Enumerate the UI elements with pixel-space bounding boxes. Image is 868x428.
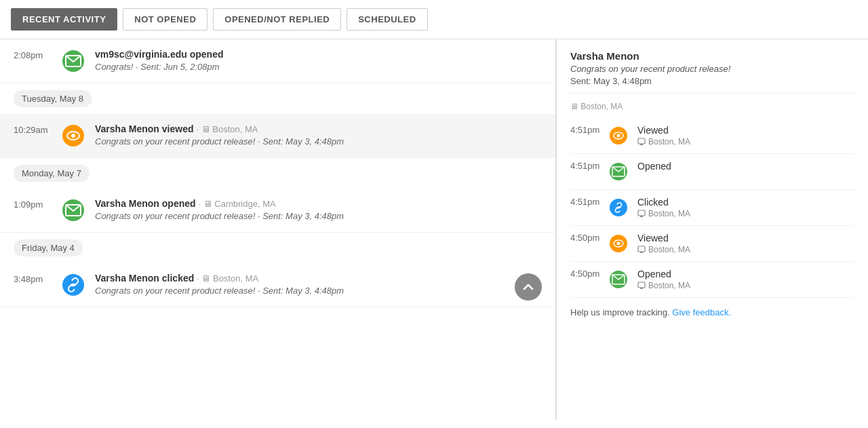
- timeline-action: Viewed: [637, 125, 854, 136]
- activity-item[interactable]: 10:29am Varsha Menon viewed · 🖥 Boston, …: [0, 114, 555, 158]
- timeline-item: 4:50pm Opened Boston, MA: [570, 262, 854, 298]
- feedback-link[interactable]: Give feedback.: [672, 307, 731, 317]
- timeline-icon: [608, 269, 629, 290]
- activity-location: · 🖥 Cambridge, MA: [198, 199, 275, 209]
- timeline-action: Clicked: [637, 197, 854, 208]
- activity-location: · 🖥 Boston, MA: [197, 273, 258, 284]
- timeline-content: Viewed Boston, MA: [637, 125, 854, 147]
- svg-rect-21: [638, 246, 645, 252]
- activity-icon: [61, 123, 85, 148]
- timeline-time: 4:51pm: [570, 125, 608, 135]
- activity-item[interactable]: 2:08pm vm9sc@virginia.edu opened Congrat…: [0, 39, 555, 83]
- timeline-location: Boston, MA: [637, 281, 854, 290]
- activity-location: · 🖥 Boston, MA: [196, 124, 258, 134]
- timeline-location: Boston, MA: [637, 245, 854, 254]
- timeline-item: 4:51pm Viewed Boston, MA: [570, 118, 854, 154]
- date-separator: Tuesday, May 8: [0, 83, 555, 114]
- svg-point-7: [62, 274, 84, 296]
- activity-subtitle: Congrats on your recent product release!…: [95, 286, 542, 296]
- svg-point-4: [71, 134, 75, 138]
- tab-opened-not-replied[interactable]: OPENED/NOT REPLIED: [213, 8, 341, 31]
- date-label: Monday, May 7: [14, 165, 90, 182]
- date-label: Tuesday, May 8: [14, 90, 92, 107]
- activity-subtitle: Congrats! · Sent: Jun 5, 2:08pm: [95, 62, 542, 72]
- timeline-icon: [608, 233, 629, 254]
- svg-rect-17: [640, 216, 643, 217]
- svg-point-20: [617, 242, 620, 246]
- timeline-item: 4:51pm Opened: [570, 154, 854, 190]
- activity-time: 1:09pm: [14, 198, 61, 210]
- svg-rect-16: [638, 210, 645, 216]
- activity-subtitle: Congrats on your recent product release!…: [95, 211, 542, 221]
- timeline-time: 4:50pm: [570, 233, 608, 243]
- timeline-action: Opened: [637, 161, 854, 172]
- activity-time: 10:29am: [14, 123, 61, 135]
- activity-title: Varsha Menon clicked · 🖥 Boston, MA: [95, 273, 542, 284]
- date-separator: Friday, May 4: [0, 233, 555, 263]
- timeline-action: Viewed: [637, 233, 854, 244]
- main-layout: 2:08pm vm9sc@virginia.edu opened Congrat…: [0, 39, 868, 420]
- timeline-icon: [608, 197, 629, 218]
- timeline-location: Boston, MA: [637, 209, 854, 218]
- timeline-content: Viewed Boston, MA: [637, 233, 854, 254]
- activity-subtitle: Congrats on your recent product release!…: [95, 136, 542, 147]
- scroll-up-button[interactable]: [515, 273, 542, 300]
- email-subject: Congrats on your recent product release!: [570, 64, 854, 74]
- activity-item[interactable]: 1:09pm Varsha Menon opened · 🖥 Cambridge…: [0, 189, 555, 233]
- right-panel: Varsha Menon Congrats on your recent pro…: [556, 39, 868, 420]
- activity-icon: [61, 198, 85, 222]
- right-panel-header: Varsha Menon Congrats on your recent pro…: [570, 50, 854, 94]
- activity-content: Varsha Menon opened · 🖥 Cambridge, MA Co…: [95, 198, 542, 221]
- left-panel: 2:08pm vm9sc@virginia.edu opened Congrat…: [0, 39, 556, 420]
- timeline-time: 4:51pm: [570, 197, 608, 207]
- activity-icon: [61, 273, 85, 297]
- activity-icon: [61, 49, 85, 73]
- feedback-section: Help us improve tracking. Give feedback.: [570, 307, 854, 317]
- activity-time: 2:08pm: [14, 49, 61, 60]
- tab-recent-activity[interactable]: RECENT ACTIVITY: [11, 8, 117, 31]
- date-separator: Monday, May 7: [0, 158, 555, 189]
- activity-time: 3:48pm: [14, 273, 61, 284]
- activity-title: vm9sc@virginia.edu opened: [95, 49, 542, 60]
- activity-item-wrapper: 3:48pm Varsha Menon clicked · 🖥 Boston, …: [0, 263, 555, 307]
- activity-content: vm9sc@virginia.edu opened Congrats! · Se…: [95, 49, 542, 72]
- contact-name: Varsha Menon: [570, 50, 854, 62]
- timeline-item: 4:51pm Clicked Boston, MA: [570, 190, 854, 226]
- header-tabs: RECENT ACTIVITYNOT OPENEDOPENED/NOT REPL…: [0, 0, 868, 39]
- timeline-content: Opened Boston, MA: [637, 269, 854, 290]
- timeline-action: Opened: [637, 269, 854, 279]
- tab-not-opened[interactable]: NOT OPENED: [123, 8, 208, 31]
- svg-rect-26: [640, 288, 643, 289]
- svg-point-10: [617, 134, 620, 138]
- svg-rect-12: [640, 144, 643, 145]
- timeline-time: 4:51pm: [570, 161, 608, 171]
- activity-item-wrapper: 2:08pm vm9sc@virginia.edu opened Congrat…: [0, 39, 555, 83]
- activity-item[interactable]: 3:48pm Varsha Menon clicked · 🖥 Boston, …: [0, 263, 555, 307]
- svg-rect-25: [638, 282, 645, 288]
- timeline-icon: [608, 125, 629, 147]
- activity-content: Varsha Menon viewed · 🖥 Boston, MA Congr…: [95, 123, 542, 147]
- timeline-content: Opened: [637, 161, 854, 172]
- activity-title: Varsha Menon viewed · 🖥 Boston, MA: [95, 123, 542, 134]
- svg-rect-22: [640, 252, 643, 253]
- tab-scheduled[interactable]: SCHEDULED: [347, 8, 427, 31]
- timeline-content: Clicked Boston, MA: [637, 197, 854, 218]
- activity-item-wrapper: 1:09pm Varsha Menon opened · 🖥 Cambridge…: [0, 189, 555, 233]
- feedback-text: Help us improve tracking.: [570, 307, 670, 317]
- timeline-location: Boston, MA: [637, 137, 854, 147]
- timeline-time: 4:50pm: [570, 269, 608, 279]
- timeline-item: 4:50pm Viewed Boston, MA: [570, 226, 854, 262]
- activity-content: Varsha Menon clicked · 🖥 Boston, MA Cong…: [95, 273, 542, 296]
- activity-item-wrapper: 10:29am Varsha Menon viewed · 🖥 Boston, …: [0, 114, 555, 158]
- location-partial: 🖥 Boston, MA: [570, 102, 854, 111]
- svg-point-15: [610, 199, 627, 216]
- activity-title: Varsha Menon opened · 🖥 Cambridge, MA: [95, 198, 542, 209]
- svg-rect-11: [638, 138, 645, 144]
- date-label: Friday, May 4: [14, 239, 83, 256]
- timeline-icon: [608, 161, 629, 182]
- sent-time: Sent: May 3, 4:48pm: [570, 76, 854, 86]
